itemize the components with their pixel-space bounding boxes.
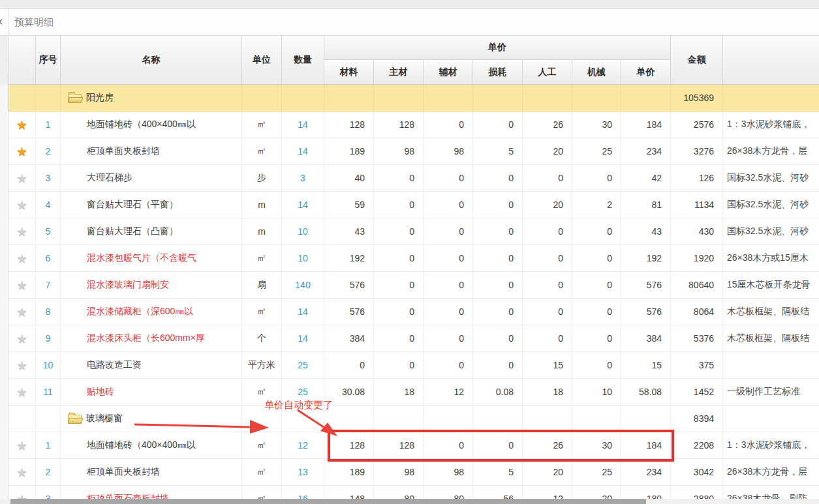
cell-price: 56 bbox=[473, 486, 523, 499]
cell-qty: 10 bbox=[282, 218, 324, 245]
header-cell-labor[interactable]: 人工 bbox=[523, 60, 572, 84]
group-row[interactable]: 阳光房105369 bbox=[8, 85, 819, 111]
cell-price bbox=[374, 85, 424, 111]
table-row[interactable]: ★3大理石梯步步3400000042126国标32.5水泥、河砂 bbox=[8, 165, 819, 192]
cell-amount: 2880 bbox=[671, 486, 723, 499]
star-empty-icon[interactable]: ★ bbox=[16, 306, 27, 318]
star-empty-icon[interactable]: ★ bbox=[16, 466, 27, 479]
cell-qty: 14 bbox=[282, 111, 324, 138]
cell-qty: 16 bbox=[282, 486, 324, 499]
budget-table: 序号 名称 单位 数量 单价 材料 主材 辅材 损耗 人工 机械 单价 金额 阳… bbox=[8, 36, 819, 499]
cell-price bbox=[572, 406, 621, 432]
cell-remark: 国标32.5水泥、河砂 bbox=[723, 192, 819, 218]
cell-price: 20 bbox=[523, 192, 572, 218]
table-row[interactable]: ★11贴地砖㎡2530.0818120.08181058.081452一级制作工… bbox=[8, 379, 819, 406]
cell-name: 窗台贴大理石（平窗） bbox=[61, 192, 242, 218]
cell-price: 576 bbox=[621, 299, 671, 325]
cell-seq: 1 bbox=[36, 432, 61, 458]
header-cell-amount[interactable]: 金额 bbox=[671, 36, 723, 84]
splitter-header-part bbox=[0, 36, 8, 85]
cell-price bbox=[473, 406, 523, 432]
header-cell-loss[interactable]: 损耗 bbox=[473, 60, 523, 84]
header-cell-seq[interactable]: 序号 bbox=[36, 36, 61, 84]
star-empty-icon[interactable]: ★ bbox=[16, 279, 27, 291]
star-empty-icon[interactable]: ★ bbox=[16, 493, 27, 499]
cell-price: 576 bbox=[621, 272, 671, 298]
cell-seq: 5 bbox=[36, 218, 61, 245]
cell-qty: 14 bbox=[282, 325, 324, 351]
table-row[interactable]: ★9混水漆床头柜（长600mm×厚个14384000003845376木芯板框架… bbox=[8, 325, 819, 352]
cell-name: 柜顶单面夹板封墙 bbox=[61, 138, 242, 164]
header-cell-unit[interactable]: 单位 bbox=[242, 36, 282, 84]
star-empty-icon[interactable]: ★ bbox=[16, 252, 27, 265]
header-cell-main-material[interactable]: 主材 bbox=[374, 60, 424, 84]
header-cell-name[interactable]: 名称 bbox=[61, 36, 242, 84]
cell-seq bbox=[36, 85, 61, 111]
table-row[interactable]: ★4窗台贴大理石（平窗）m1459000202811134国标32.5水泥、河砂 bbox=[8, 192, 819, 218]
table-row[interactable]: ★8混水漆储藏柜（深600㎜以㎡14576000005768064木芯板框架、隔… bbox=[8, 299, 819, 325]
cell-price: 184 bbox=[621, 111, 671, 138]
cell-remark: 1：3水泥砂浆铺底， bbox=[723, 111, 819, 138]
header-cell-qty[interactable]: 数量 bbox=[282, 36, 324, 84]
collapsed-sidebar-splitter[interactable] bbox=[0, 36, 8, 499]
cell-remark: 1：3水泥砂浆铺底， bbox=[723, 432, 819, 458]
cell-remark: 26×38木方或15厘木 bbox=[723, 245, 819, 271]
header-cell-unit-price-group[interactable]: 单价 bbox=[324, 36, 671, 60]
cell-amount: 3042 bbox=[671, 459, 723, 485]
cell-price: 128 bbox=[374, 432, 424, 458]
table-row[interactable]: ★1地面铺地砖（400×400㎜以㎡1212812800263018422081… bbox=[8, 432, 819, 459]
tab-budget-detail[interactable]: 预算明细 bbox=[14, 9, 54, 35]
table-row[interactable]: ★2柜顶单面夹板封墙㎡14189989852025234327626×38木方龙… bbox=[8, 138, 819, 165]
star-empty-icon[interactable]: ★ bbox=[16, 439, 27, 452]
table-row[interactable]: ★7混水漆玻璃门扇制安扇140576000005768064015厘木芯板开条龙… bbox=[8, 272, 819, 299]
table-row[interactable]: ★1地面铺地砖（400×400㎜以㎡1412812800263018425761… bbox=[8, 111, 819, 138]
cell-unit: ㎡ bbox=[242, 299, 282, 325]
table-row[interactable]: ★5窗台贴大理石（凸窗）m10430000043430国标32.5水泥、河砂 bbox=[8, 218, 819, 245]
cell-amount: 80640 bbox=[671, 272, 723, 298]
cell-star: ★ bbox=[8, 272, 36, 298]
cell-price: 0 bbox=[473, 299, 523, 325]
cell-name: 混水漆玻璃门扇制安 bbox=[61, 272, 242, 298]
cell-qty: 14 bbox=[282, 192, 324, 218]
cell-seq: 8 bbox=[36, 299, 61, 325]
star-filled-icon[interactable]: ★ bbox=[16, 145, 27, 158]
cell-price: 0 bbox=[424, 352, 473, 378]
header-cell-machine[interactable]: 机械 bbox=[572, 60, 621, 84]
folder-icon[interactable] bbox=[68, 415, 82, 424]
cell-name: 地面铺地砖（400×400㎜以 bbox=[61, 111, 242, 138]
cell-qty: 25 bbox=[282, 352, 324, 378]
header-cell-unit-price[interactable]: 单价 bbox=[621, 60, 671, 84]
header-cell-aux-material[interactable]: 辅材 bbox=[424, 60, 473, 84]
star-empty-icon[interactable]: ★ bbox=[16, 226, 27, 238]
cell-star: ★ bbox=[8, 111, 36, 138]
collapse-panel-icon[interactable]: « bbox=[0, 14, 3, 28]
cell-price: 234 bbox=[621, 138, 671, 164]
cell-seq: 9 bbox=[36, 325, 61, 351]
cell-name: 电路改造工资 bbox=[61, 352, 242, 378]
cell-price: 0 bbox=[523, 165, 572, 191]
star-empty-icon[interactable]: ★ bbox=[16, 199, 27, 211]
table-row[interactable]: ★6混水漆包暖气片（不含暖气㎡1019200000192192026×38木方或… bbox=[8, 245, 819, 272]
table-row[interactable]: ★2柜顶单面夹板封墙㎡13189989852025234304226×38木方龙… bbox=[8, 459, 819, 486]
table-row[interactable]: ★10电路改造工资平方米25000015015375 bbox=[8, 352, 819, 379]
cell-price: 5 bbox=[473, 138, 523, 164]
star-empty-icon[interactable]: ★ bbox=[16, 359, 27, 372]
scrollbar-thumb[interactable] bbox=[10, 499, 646, 504]
folder-icon[interactable] bbox=[68, 94, 82, 103]
star-empty-icon[interactable]: ★ bbox=[16, 386, 27, 398]
horizontal-scrollbar[interactable] bbox=[0, 499, 819, 504]
star-empty-icon[interactable]: ★ bbox=[16, 333, 27, 345]
cell-remark: 26×38木方龙骨，层 bbox=[723, 459, 819, 485]
cell-price: 0 bbox=[374, 165, 424, 191]
star-filled-icon[interactable]: ★ bbox=[16, 119, 27, 131]
star-empty-icon[interactable]: ★ bbox=[16, 172, 27, 185]
cell-price: 0.08 bbox=[473, 379, 523, 405]
group-row[interactable]: 玻璃橱窗8394 bbox=[8, 406, 819, 432]
cell-seq bbox=[36, 406, 61, 432]
table-row[interactable]: ★3柜顶单面石膏板封墙㎡161488080561220180288026×38木… bbox=[8, 486, 819, 499]
cell-price: 18 bbox=[374, 379, 424, 405]
header-cell-material[interactable]: 材料 bbox=[324, 60, 374, 84]
cell-name: 窗台贴大理石（凸窗） bbox=[61, 218, 242, 245]
cell-seq: 7 bbox=[36, 272, 61, 298]
cell-price: 80 bbox=[424, 486, 473, 499]
